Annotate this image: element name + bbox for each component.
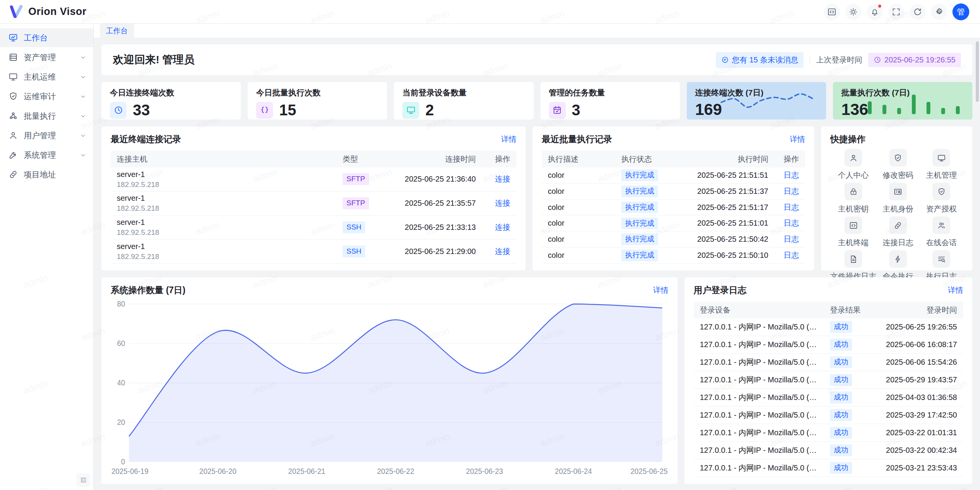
connect-link[interactable]: 连接 bbox=[495, 247, 510, 256]
scrollbar-thumb[interactable] bbox=[976, 41, 979, 102]
table-row: 127.0.0.1 - 内网IP - Mozilla/5.0 (Windows … bbox=[694, 389, 963, 406]
fullscreen-icon[interactable] bbox=[888, 4, 904, 20]
log-link[interactable]: 日志 bbox=[784, 187, 799, 195]
batch-7d-sparkline bbox=[862, 88, 965, 117]
asset-icon bbox=[8, 52, 18, 62]
batch-records-detail-link[interactable]: 详情 bbox=[790, 134, 805, 144]
last-login-label: 上次登录时间 bbox=[816, 55, 862, 65]
quick-action-item[interactable]: 修改密码 bbox=[883, 149, 913, 180]
bolt-icon bbox=[893, 255, 902, 264]
terminal-records-table: 连接主机 类型 连接时间 操作 server-1 182.92.5.218 bbox=[111, 151, 516, 264]
log-link[interactable]: 日志 bbox=[784, 235, 799, 243]
result-badge: 成功 bbox=[830, 444, 852, 456]
type-badge: SFTP bbox=[343, 173, 369, 185]
shield-check-icon bbox=[8, 92, 18, 101]
quick-action-item[interactable]: 主机终端 bbox=[838, 216, 869, 248]
sidebar-item[interactable]: 批量执行 bbox=[0, 107, 93, 125]
chart-detail-link[interactable]: 详情 bbox=[653, 285, 668, 295]
login-logs-detail-link[interactable]: 详情 bbox=[948, 285, 963, 295]
result-badge: 成功 bbox=[830, 392, 852, 403]
sidebar-item[interactable]: 项目地址 bbox=[0, 165, 93, 184]
chevron-down-icon bbox=[80, 93, 87, 100]
svg-text:0: 0 bbox=[121, 458, 125, 466]
user-icon bbox=[849, 154, 858, 162]
quick-action-label: 资产授权 bbox=[926, 204, 957, 214]
time-cell: 2025-06-25 21:36:40 bbox=[382, 175, 482, 184]
shield-check-icon bbox=[893, 154, 902, 162]
device-cell: 127.0.0.1 - 内网IP - Mozilla/5.0 (Windows … bbox=[694, 428, 824, 438]
code-icon[interactable] bbox=[824, 4, 840, 20]
log-link[interactable]: 日志 bbox=[784, 251, 799, 259]
unread-messages-badge[interactable]: 您有 15 条未读消息 bbox=[716, 52, 804, 68]
braces-icon bbox=[256, 102, 273, 119]
sidebar-item-label: 工作台 bbox=[24, 33, 74, 43]
tab-workbench[interactable]: 工作台 bbox=[100, 24, 134, 38]
desc-cell: color bbox=[542, 187, 615, 196]
divider bbox=[810, 55, 810, 64]
quick-action-item[interactable]: 个人中心 bbox=[838, 149, 869, 180]
gear-icon[interactable] bbox=[931, 4, 947, 20]
sidebar-item[interactable]: 运维审计 bbox=[0, 87, 93, 106]
time-cell: 2025-06-25 21:33:13 bbox=[382, 223, 482, 232]
lock-icon bbox=[849, 187, 858, 196]
sidebar-item[interactable]: 系统管理 bbox=[0, 146, 93, 164]
quick-action-item[interactable]: 执行日志 bbox=[926, 250, 957, 282]
time-cell: 2025-06-25 19:26:55 bbox=[871, 323, 963, 331]
table-row: color 执行完成 2025-06-25 21:51:37 日志 bbox=[542, 184, 805, 200]
bottom-row: 系统操作数量 (7日) 详情 0204060802025-06-192025-0… bbox=[101, 277, 972, 484]
quick-action-item[interactable]: 命令执行 bbox=[883, 250, 913, 282]
time-cell: 2025-03-21 23:53:43 bbox=[871, 464, 963, 472]
terminal-records-detail-link[interactable]: 详情 bbox=[501, 134, 516, 144]
connect-link[interactable]: 连接 bbox=[495, 175, 510, 183]
table-row: color 执行完成 2025-06-25 21:51:17 日志 bbox=[542, 200, 805, 216]
quick-action-item[interactable]: 连接日志 bbox=[883, 216, 913, 248]
app-header: Orion Visor 管 bbox=[0, 0, 980, 24]
task-calendar-icon bbox=[549, 102, 566, 119]
sidebar-item-label: 运维审计 bbox=[24, 91, 74, 102]
time-cell: 2025-06-25 21:51:17 bbox=[673, 203, 774, 212]
batch-records-table: 执行描述 执行状态 执行时间 操作 color 执行完成 2025-06-25 … bbox=[542, 151, 805, 264]
log-link[interactable]: 日志 bbox=[784, 203, 799, 211]
chevron-down-icon bbox=[80, 113, 87, 120]
collapse-icon bbox=[80, 476, 87, 484]
result-badge: 成功 bbox=[830, 427, 852, 439]
orion-visor-logo-icon bbox=[9, 5, 24, 19]
avatar[interactable]: 管 bbox=[952, 3, 969, 20]
time-cell: 2025-03-22 01:01:31 bbox=[871, 428, 963, 437]
quick-action-label: 在线会话 bbox=[926, 238, 957, 248]
device-cell: 127.0.0.1 - 内网IP - Mozilla/5.0 (Windows … bbox=[694, 322, 824, 332]
file-text-icon bbox=[849, 255, 858, 264]
quick-action-item[interactable]: 主机管理 bbox=[926, 149, 957, 180]
sidebar-item[interactable]: 主机运维 bbox=[0, 67, 93, 86]
device-cell: 127.0.0.1 - 内网IP - Mozilla/5.0 (Windows … bbox=[694, 339, 824, 350]
quick-action-item[interactable]: 主机身份 bbox=[883, 183, 913, 214]
app-title: Orion Visor bbox=[28, 6, 87, 18]
status-badge: 执行完成 bbox=[621, 185, 658, 197]
log-link[interactable]: 日志 bbox=[784, 219, 799, 227]
brightness-icon[interactable] bbox=[845, 4, 861, 20]
code-icon bbox=[849, 221, 858, 230]
connect-link[interactable]: 连接 bbox=[495, 199, 510, 207]
quick-action-item[interactable]: 主机密钥 bbox=[838, 183, 869, 214]
sidebar-item[interactable]: 资产管理 bbox=[0, 48, 93, 67]
connect-link[interactable]: 连接 bbox=[495, 223, 510, 231]
host-monitor-icon bbox=[8, 72, 18, 82]
quick-action-item[interactable]: 在线会话 bbox=[926, 216, 957, 248]
time-cell: 2025-04-03 01:36:58 bbox=[871, 393, 963, 402]
batch-records-panel: 最近批量执行记录 详情 执行描述 执行状态 执行时间 操作 color bbox=[532, 126, 814, 270]
svg-text:60: 60 bbox=[117, 339, 125, 347]
refresh-icon[interactable] bbox=[910, 4, 926, 20]
quick-action-item[interactable]: 资产授权 bbox=[926, 183, 957, 214]
bell-icon[interactable] bbox=[867, 4, 883, 20]
clock-icon bbox=[874, 56, 881, 64]
log-link[interactable]: 日志 bbox=[784, 171, 799, 179]
sidebar-collapse-button[interactable] bbox=[77, 473, 90, 487]
system-operations-chart-panel: 系统操作数量 (7日) 详情 0204060802025-06-192025-0… bbox=[101, 277, 678, 484]
panel-title: 系统操作数量 (7日) bbox=[111, 284, 186, 296]
sidebar-item[interactable]: 工作台 bbox=[0, 28, 93, 47]
stat-card-tasks: 管理的任务数量 3 bbox=[541, 82, 680, 120]
sidebar-item[interactable]: 用户管理 bbox=[0, 126, 93, 145]
shield-check-icon bbox=[937, 187, 946, 196]
quick-action-item[interactable]: 文件操作日志 bbox=[830, 250, 876, 282]
quick-actions-panel: 快捷操作 个人中心 修改密码 bbox=[821, 126, 972, 270]
